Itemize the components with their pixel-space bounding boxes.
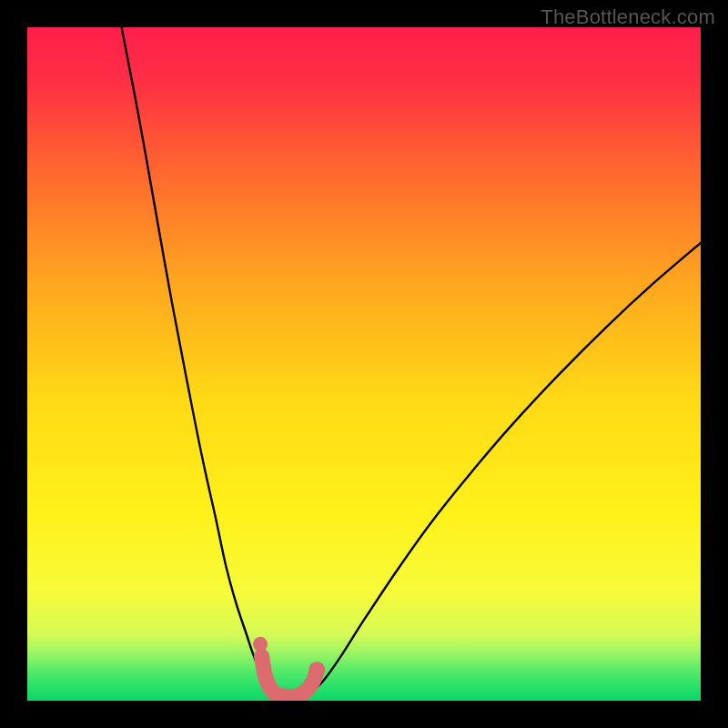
highlight-start-dot (253, 637, 268, 652)
watermark-text: TheBottleneck.com (541, 5, 715, 29)
gradient-background (27, 27, 701, 701)
plot-area (27, 27, 701, 701)
chart-svg (27, 27, 701, 701)
highlight-end-dot (308, 662, 325, 678)
chart-root: TheBottleneck.com (0, 0, 728, 728)
